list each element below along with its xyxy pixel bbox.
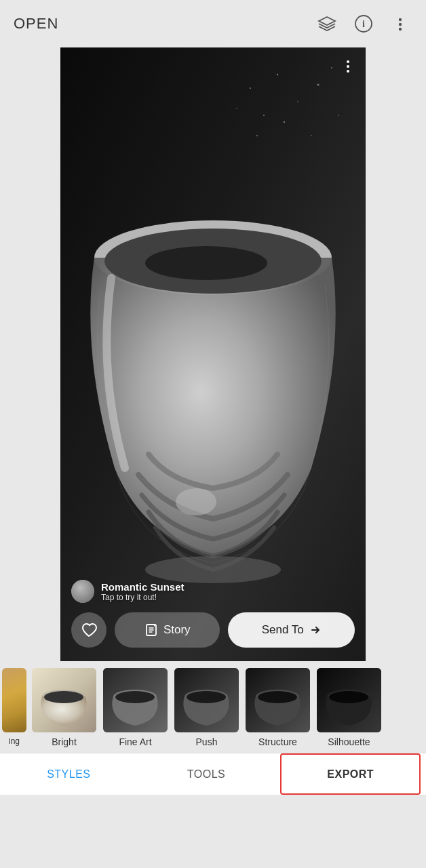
filter-thumb-fineart bbox=[103, 668, 168, 732]
svg-text:i: i bbox=[362, 19, 365, 29]
filter-label-partial: ing bbox=[9, 736, 20, 746]
nav-tools[interactable]: TOOLS bbox=[138, 753, 275, 795]
svg-point-4 bbox=[399, 28, 402, 31]
info-icon[interactable]: i bbox=[351, 12, 376, 36]
svg-point-34 bbox=[187, 691, 226, 703]
svg-point-24 bbox=[347, 70, 349, 73]
filter-label-bright: Bright bbox=[52, 736, 77, 747]
header-title: OPEN bbox=[14, 15, 58, 33]
svg-point-7 bbox=[277, 74, 278, 75]
filter-thumb-silhouette bbox=[317, 668, 381, 732]
filter-label-fineart: Fine Art bbox=[119, 736, 151, 747]
svg-point-13 bbox=[284, 121, 285, 123]
filter-item-bright[interactable]: Bright bbox=[28, 668, 100, 747]
svg-point-9 bbox=[263, 115, 265, 116]
svg-point-3 bbox=[399, 23, 402, 26]
filter-badge[interactable]: Romantic Sunset Tap to try it out! bbox=[71, 580, 355, 603]
filter-item-partial[interactable]: ing bbox=[0, 668, 28, 746]
filter-label-structure: Structure bbox=[258, 736, 297, 747]
nav-styles[interactable]: STYLES bbox=[0, 753, 138, 795]
filter-label-silhouette: Silhouette bbox=[328, 736, 370, 747]
badge-text-group: Romantic Sunset Tap to try it out! bbox=[101, 581, 185, 602]
styles-label: STYLES bbox=[47, 768, 90, 781]
send-to-button[interactable]: Send To bbox=[228, 612, 355, 648]
image-preview: Romantic Sunset Tap to try it out! Story bbox=[60, 47, 366, 661]
svg-point-15 bbox=[256, 135, 258, 136]
layers-icon[interactable] bbox=[315, 12, 339, 36]
svg-point-31 bbox=[115, 691, 155, 703]
export-label: EXPORT bbox=[327, 768, 374, 781]
svg-point-8 bbox=[297, 101, 298, 102]
svg-point-40 bbox=[329, 691, 368, 703]
svg-point-21 bbox=[176, 488, 216, 515]
badge-title: Romantic Sunset bbox=[101, 581, 185, 593]
tools-label: TOOLS bbox=[187, 768, 225, 781]
svg-point-6 bbox=[250, 87, 251, 89]
filter-item-structure[interactable]: Structure bbox=[242, 668, 313, 747]
story-label: Story bbox=[163, 623, 191, 637]
svg-point-11 bbox=[236, 108, 237, 109]
header-icon-group: i bbox=[315, 12, 412, 36]
filter-item-push[interactable]: Push bbox=[171, 668, 242, 747]
action-buttons: Story Send To bbox=[71, 612, 355, 648]
image-more-icon[interactable] bbox=[340, 58, 356, 79]
svg-point-16 bbox=[338, 115, 339, 116]
svg-point-14 bbox=[311, 135, 312, 136]
filter-thumb-structure bbox=[246, 668, 310, 732]
svg-point-28 bbox=[44, 691, 83, 703]
send-label: Send To bbox=[262, 623, 304, 637]
image-overlay: Romantic Sunset Tap to try it out! Story bbox=[60, 569, 366, 661]
svg-point-19 bbox=[145, 246, 267, 280]
badge-avatar bbox=[71, 580, 94, 603]
bottom-nav: STYLES TOOLS EXPORT bbox=[0, 753, 426, 795]
svg-point-22 bbox=[347, 60, 349, 63]
badge-subtitle: Tap to try it out! bbox=[101, 593, 185, 602]
svg-point-10 bbox=[317, 84, 320, 86]
filter-strip: ing bbox=[0, 661, 426, 753]
filter-thumb-bright bbox=[32, 668, 96, 732]
heart-button[interactable] bbox=[71, 612, 106, 648]
story-button[interactable]: Story bbox=[115, 612, 220, 648]
filter-thumb-push bbox=[174, 668, 239, 732]
svg-point-2 bbox=[399, 18, 402, 21]
nav-export[interactable]: EXPORT bbox=[280, 753, 421, 795]
header: OPEN i bbox=[0, 0, 426, 47]
svg-point-37 bbox=[258, 691, 297, 703]
filter-item-fineart[interactable]: Fine Art bbox=[100, 668, 171, 747]
filter-label-push: Push bbox=[196, 736, 218, 747]
svg-point-12 bbox=[331, 67, 332, 68]
filter-item-silhouette[interactable]: Silhouette bbox=[313, 668, 385, 747]
svg-point-23 bbox=[347, 65, 349, 68]
more-vertical-icon[interactable] bbox=[388, 12, 412, 36]
